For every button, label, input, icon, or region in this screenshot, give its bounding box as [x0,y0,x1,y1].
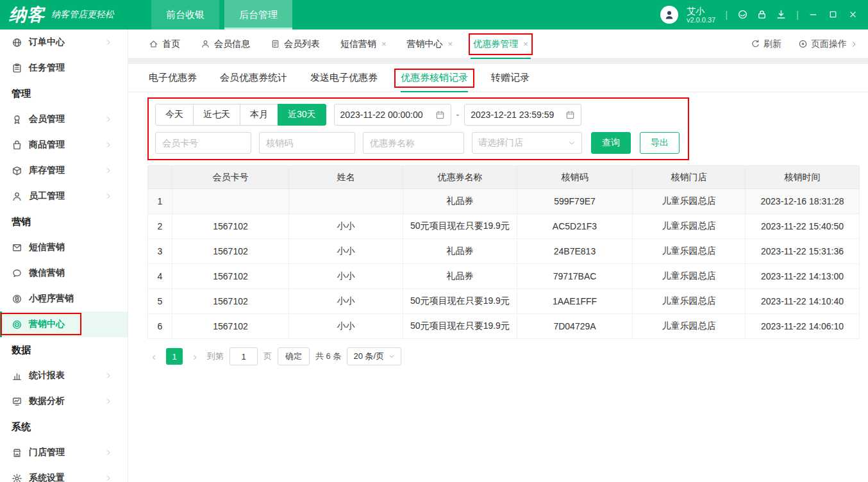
table-cell: 50元项目现在只要19.9元 [403,214,517,239]
subtab-e-coupon[interactable]: 电子优惠券 [149,64,197,92]
user-block[interactable]: 艾小 v2.0.0.37 [687,6,715,24]
tab-sms-marketing[interactable]: 短信营销× [340,29,387,59]
subtab-send-e-coupon[interactable]: 发送电子优惠券 [310,64,378,92]
subtab-coupon-redeem-records[interactable]: 优惠券核销记录 [401,64,468,92]
table-cell: 2023-11-22 14:13:00 [746,264,860,289]
table-row[interactable]: 31567102小小礼品券24B7E813儿童乐园总店2023-11-22 15… [148,239,860,264]
tab-label: 会员信息 [214,38,250,50]
table-cell: 2023-11-22 14:10:40 [746,289,860,314]
table-row[interactable]: 41567102小小礼品券79717BAC儿童乐园总店2023-11-22 14… [148,264,860,289]
sidebar-item-wechat-marketing[interactable]: 微信营销 [0,260,128,286]
sidebar-item-order-center[interactable]: 订单中心 [0,29,128,55]
range-button-last-7-days[interactable]: 近七天 [193,104,240,126]
table-row[interactable]: 1礼品券599F79E7儿童乐园总店2023-12-16 18:31:28 [148,189,860,214]
sidebar-item-member-management[interactable]: 会员管理 [0,106,128,132]
page-tabbar: 首页会员信息会员列表短信营销×营销中心×优惠券管理× 刷新 页面操作 [128,29,868,59]
sidebar-item-label: 微信营销 [29,267,119,279]
table-row[interactable]: 51567102小小50元项目现在只要19.9元1AAE1FFF儿童乐园总店20… [148,289,860,314]
column-header-1: 会员卡号 [172,166,289,189]
chevron-right-icon [104,372,112,379]
tab-marketing-center[interactable]: 营销中心× [407,29,453,59]
close-icon[interactable]: × [381,39,387,49]
tab-label: 会员列表 [284,38,320,50]
table-cell: 7D04729A [517,314,633,339]
store-select[interactable]: 请选择门店 [472,132,582,154]
subtab-member-coupon-stats[interactable]: 会员优惠券统计 [220,64,287,92]
minimize-icon[interactable] [808,10,818,19]
window-controls [808,10,858,19]
sidebar-item-task-management[interactable]: 任务管理 [0,55,128,81]
main-area: 首页会员信息会员列表短信营销×营销中心×优惠券管理× 刷新 页面操作 电子优惠券… [128,29,868,482]
app-version: v2.0.0.37 [687,16,715,24]
table-cell: 1567102 [172,214,289,239]
sidebar-item-label: 短信营销 [29,242,119,253]
subtab-transfer-records[interactable]: 转赠记录 [491,64,530,92]
sidebar-item-data-analysis[interactable]: 数据分析 [0,388,128,414]
sidebar-item-inventory-management[interactable]: 库存管理 [0,158,128,183]
tab-coupon-management[interactable]: 优惠券管理× [473,29,528,59]
table-cell: 79717BAC [517,264,633,289]
chevron-right-icon [104,449,112,456]
sidebar-item-stats-report[interactable]: 统计报表 [0,363,128,388]
lock-icon[interactable] [756,9,767,20]
service-icon[interactable] [737,9,748,20]
page-size-select[interactable]: 20 条/页 [347,347,401,365]
next-page-button[interactable]: › [188,351,201,362]
column-header-2: 姓名 [289,166,403,189]
content-panel: 电子优惠券会员优惠券统计发送电子优惠券优惠券核销记录转赠记录 今天近七天本月近3… [128,64,868,482]
clipboard-icon [12,63,22,74]
sidebar-item-staff-management[interactable]: 员工管理 [0,183,128,209]
prev-page-button[interactable]: ‹ [147,351,160,362]
close-icon[interactable]: × [523,39,528,49]
current-page-button[interactable]: 1 [166,348,183,365]
pagination: ‹ 1 › 到第 页 确定 共 6 条 20 条/页 [147,347,868,365]
header-tab-back-office[interactable]: 后台管理 [224,0,292,29]
sidebar-item-miniapp-marketing[interactable]: 小程序营销 [0,286,128,312]
sidebar-item-goods-management[interactable]: 商品管理 [0,132,128,158]
tab-member-list[interactable]: 会员列表 [271,29,320,59]
range-button-this-month[interactable]: 本月 [240,104,278,126]
user-avatar[interactable] [660,6,678,24]
download-icon[interactable] [776,9,787,20]
sidebar-item-sms-marketing[interactable]: 短信营销 [0,235,128,260]
export-button[interactable]: 导出 [640,132,680,154]
coupon-name-input[interactable] [363,132,464,154]
page-number-input[interactable] [230,347,258,365]
redeem-records-table: 会员卡号姓名优惠券名称核销码核销门店核销时间1礼品券599F79E7儿童乐园总店… [147,165,860,339]
tab-member-info[interactable]: 会员信息 [201,29,250,59]
close-icon[interactable] [848,10,858,19]
page-operations-button[interactable]: 页面操作 [798,38,858,50]
table-row[interactable]: 61567102小小50元项目现在只要19.9元7D04729A儿童乐园总店20… [148,314,860,339]
subtab-label: 会员优惠券统计 [220,72,287,84]
header-tab-front-desk[interactable]: 前台收银 [151,0,219,29]
maximize-icon[interactable] [828,10,838,19]
sidebar-section-marketing: 营销 [0,209,128,235]
tab-home[interactable]: 首页 [149,29,180,59]
sidebar-item-marketing-center[interactable]: 营销中心 [0,312,128,337]
range-button-last-30-days[interactable]: 近30天 [278,104,326,126]
close-icon[interactable]: × [448,39,453,49]
table-row[interactable]: 21567102小小50元项目现在只要19.9元AC5D21F3儿童乐园总店20… [148,214,860,239]
member-card-input[interactable] [155,132,251,154]
confirm-page-button[interactable]: 确定 [278,347,310,365]
end-date-input[interactable]: 2023-12-21 23:59:59 [464,104,581,126]
table-cell: 儿童乐园总店 [633,214,746,239]
page-operations-icon [798,39,808,49]
sidebar-item-system-settings[interactable]: 系统设置 [0,465,128,482]
table-cell [289,189,403,214]
globe-icon [12,37,22,48]
tabbar-actions: 刷新 页面操作 [751,38,858,50]
table-cell: 礼品券 [403,264,517,289]
monitor-icon [12,396,22,407]
range-button-today[interactable]: 今天 [155,104,194,126]
refresh-button[interactable]: 刷新 [751,38,781,50]
calendar-icon [565,110,575,120]
table-cell: 599F79E7 [517,189,633,214]
coupon-subtabs: 电子优惠券会员优惠券统计发送电子优惠券优惠券核销记录转赠记录 [128,64,868,92]
redeem-code-input[interactable] [259,132,355,154]
query-button[interactable]: 查询 [591,132,631,154]
column-header-4: 核销码 [517,166,633,189]
table-cell: 3 [148,239,172,264]
sidebar-item-store-management[interactable]: 门店管理 [0,440,128,465]
start-date-input[interactable]: 2023-11-22 00:00:00 [334,104,451,126]
